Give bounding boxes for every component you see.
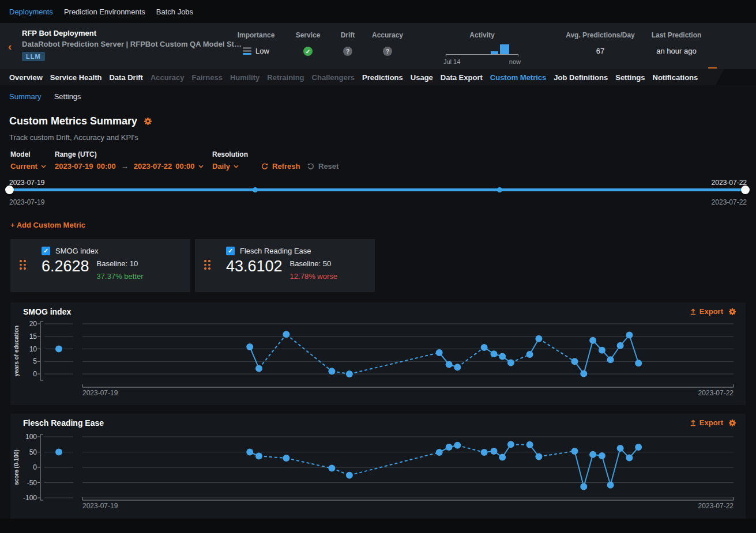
export-icon: [690, 308, 697, 315]
tab-retraining[interactable]: Retraining: [267, 73, 304, 82]
top-nav-item-prediction-environments[interactable]: Prediction Environments: [64, 7, 145, 16]
refresh-button[interactable]: Refresh: [261, 162, 300, 171]
top-nav-item-batch-jobs[interactable]: Batch Jobs: [156, 7, 193, 16]
custom-metrics-page: SummarySettings Custom Metrics Summary T…: [0, 85, 756, 519]
reset-label: Reset: [318, 162, 338, 171]
service-ok-icon: ✓: [303, 47, 313, 56]
activity-label: Activity: [442, 31, 522, 39]
metric-name: Flesch Reading Ease: [240, 247, 311, 255]
stat-activity: Activity Jul 14 now: [442, 31, 522, 65]
slider-range-start-label: 2023-07-19: [9, 198, 44, 206]
importance-level-icon: [243, 47, 251, 55]
range-end-date: 2023-07-22: [134, 162, 172, 171]
page-settings-gear-icon[interactable]: [144, 117, 152, 126]
subtab-summary[interactable]: Summary: [9, 92, 42, 101]
svg-text:2023-07-22: 2023-07-22: [698, 389, 734, 397]
range-select[interactable]: 2023-07-19 00:00 → 2023-07-22 00:00: [55, 162, 204, 171]
chart-title: Flesch Reading Ease: [23, 418, 104, 428]
export-label: Export: [699, 418, 723, 427]
tab-notifications[interactable]: Notifications: [653, 73, 698, 82]
back-chevron-icon[interactable]: ‹: [8, 40, 12, 53]
activity-axis: [446, 54, 518, 55]
deployment-titles: RFP Bot Deployment DataRobot Prediction …: [22, 29, 218, 61]
refresh-label: Refresh: [272, 162, 300, 171]
smog-index-chart: 05101520years of education2023-07-192023…: [10, 303, 746, 407]
activity-start-label: Jul 14: [443, 58, 460, 65]
svg-text:2023-07-22: 2023-07-22: [698, 502, 734, 510]
activity-mini-chart: [446, 43, 518, 58]
drift-label: Drift: [334, 31, 361, 39]
model-select-value: Current: [10, 162, 37, 171]
slider-handle-end[interactable]: [741, 186, 750, 194]
flesch-reading-ease-chart: -100-50050100score (0-100)2023-07-192023…: [10, 414, 746, 520]
chart-settings-gear-icon[interactable]: [728, 308, 736, 316]
tab-fairness[interactable]: Fairness: [192, 73, 223, 82]
tab-humility[interactable]: Humility: [230, 73, 259, 82]
range-arrow-icon: →: [121, 162, 129, 171]
metric-baseline: Baseline: 50: [290, 259, 337, 268]
model-label: Model: [10, 150, 31, 158]
last-prediction-label: Last Prediction: [645, 31, 708, 39]
metric-value: 6.2628: [42, 258, 89, 275]
top-nav-item-deployments[interactable]: Deployments: [9, 7, 53, 16]
export-button[interactable]: Export: [690, 418, 723, 427]
metric-checkbox[interactable]: ✓: [226, 247, 235, 255]
tab-data-drift[interactable]: Data Drift: [109, 73, 143, 82]
range-start-date: 2023-07-19: [55, 162, 93, 171]
stat-accuracy: Accuracy ?: [371, 31, 404, 56]
chart-card-smog-index: SMOG index Export: [10, 303, 746, 405]
model-select[interactable]: Current: [10, 162, 46, 171]
svg-text:5: 5: [33, 357, 37, 365]
tab-service-health[interactable]: Service Health: [50, 73, 102, 82]
drag-handle-icon[interactable]: [204, 260, 210, 270]
tab-settings[interactable]: Settings: [615, 73, 645, 82]
metric-checkbox[interactable]: ✓: [42, 247, 50, 255]
subtab-settings[interactable]: Settings: [54, 92, 81, 101]
reset-button[interactable]: Reset: [307, 162, 338, 171]
svg-text:20: 20: [29, 320, 37, 328]
svg-text:0: 0: [33, 370, 37, 378]
tab-usage[interactable]: Usage: [411, 73, 433, 82]
export-button[interactable]: Export: [690, 307, 723, 316]
tab-overview[interactable]: Overview: [9, 73, 43, 82]
range-end-time: 00:00: [175, 162, 194, 171]
service-label: Service: [291, 31, 325, 39]
avg-predictions-value: 67: [596, 47, 604, 55]
avg-predictions-label: Avg. Predictions/Day: [562, 31, 638, 39]
refresh-icon: [261, 162, 269, 171]
metric-card-smog-index: ✓ SMOG index 6.2628 Baseline: 10 37.37% …: [10, 239, 190, 292]
chart-settings-gear-icon[interactable]: [728, 419, 736, 427]
tab-custom-metrics[interactable]: Custom Metrics: [490, 73, 547, 82]
date-range-slider-track[interactable]: [9, 188, 746, 191]
tab-accuracy[interactable]: Accuracy: [151, 73, 185, 82]
activity-bar-large: [500, 44, 509, 54]
metric-delta: 12.78% worse: [290, 272, 337, 281]
slider-start-label: 2023-07-19: [9, 179, 44, 187]
chevron-down-icon: [41, 165, 46, 168]
deployment-subtitle: DataRobot Prediction Server | RFPBot Cus…: [22, 40, 218, 48]
slider-end-label: 2023-07-22: [712, 179, 747, 187]
deployment-header: ‹ RFP Bot Deployment DataRobot Predictio…: [0, 23, 756, 69]
reset-icon: [307, 162, 315, 171]
resolution-select-value: Daily: [212, 162, 230, 171]
model-type-badge: LLM: [22, 52, 45, 61]
svg-text:100: 100: [25, 433, 37, 441]
chevron-down-icon: [198, 165, 204, 168]
svg-text:50: 50: [29, 448, 37, 456]
drag-handle-icon[interactable]: [20, 260, 26, 270]
importance-label: Importance: [231, 31, 281, 39]
slider-handle-start[interactable]: [5, 186, 14, 194]
accuracy-unknown-icon: ?: [383, 47, 392, 56]
resolution-select[interactable]: Daily: [212, 162, 239, 171]
add-custom-metric-button[interactable]: + Add Custom Metric: [10, 221, 85, 229]
tab-challengers[interactable]: Challengers: [312, 73, 355, 82]
tab-job-definitions[interactable]: Job Definitions: [554, 73, 608, 82]
page-title: Custom Metrics Summary: [9, 115, 137, 127]
tab-predictions[interactable]: Predictions: [362, 73, 403, 82]
tab-data-export[interactable]: Data Export: [441, 73, 483, 82]
svg-text:years of education: years of education: [13, 326, 20, 376]
slider-day-tick: [253, 187, 258, 192]
svg-text:score (0-100): score (0-100): [13, 449, 20, 485]
stat-importance: Importance Low: [231, 31, 281, 55]
svg-text:15: 15: [29, 332, 37, 341]
